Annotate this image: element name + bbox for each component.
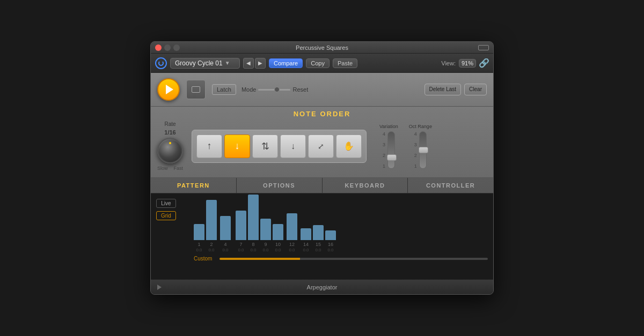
- note-order-buttons: ↑ ↓ ⇅ ↓ ⤢ ✋: [192, 130, 367, 163]
- oct-range-slider-thumb: [419, 147, 428, 153]
- plugin-window: Percussive Squares Groovy Cycle 01 ▼ ◀ ▶…: [150, 41, 494, 295]
- variation-slider[interactable]: [387, 131, 395, 169]
- reset-label: Reset: [292, 86, 308, 93]
- bar-label: 14: [303, 242, 309, 247]
- view-value[interactable]: 91%: [459, 59, 476, 68]
- custom-bar-row: Custom: [194, 256, 488, 262]
- latch-reset-area: Latch Mode Reset: [212, 84, 418, 95]
- nav-arrows: ◀ ▶: [243, 58, 266, 69]
- view-label: View:: [441, 60, 456, 66]
- custom-slider[interactable]: [219, 258, 488, 260]
- note-order-body: Rate 1/16 Slow Fast ↑ ↓ ⇅ ↓: [151, 121, 493, 177]
- bottom-bar: Arpeggiator: [151, 279, 493, 294]
- pattern-bar[interactable]: [260, 219, 271, 240]
- compare-button[interactable]: Compare: [269, 58, 303, 68]
- clear-button[interactable]: Clear: [464, 84, 487, 95]
- custom-label: Custom: [194, 256, 215, 262]
- bar-column: 90.0: [260, 219, 271, 252]
- pattern-bar[interactable]: [273, 224, 283, 240]
- live-button[interactable]: Live: [156, 199, 176, 208]
- preset-dropdown-arrow: ▼: [225, 60, 230, 66]
- paste-button[interactable]: Paste: [333, 58, 357, 68]
- note-order-downthick-button[interactable]: ↓: [280, 135, 306, 158]
- slow-fast-labels: Slow Fast: [157, 166, 183, 171]
- bar-label: 9: [264, 242, 267, 247]
- copy-button[interactable]: Copy: [306, 58, 330, 68]
- bar-sublabel: 0.0: [222, 248, 228, 252]
- rate-value: 1/16: [164, 129, 175, 136]
- delete-last-button[interactable]: Delete Last: [425, 84, 462, 95]
- bar-column: 120.0: [287, 213, 297, 252]
- pattern-bar[interactable]: [325, 230, 336, 240]
- bar-label: 2: [210, 242, 213, 247]
- play-button[interactable]: [157, 78, 180, 101]
- tab-pattern[interactable]: PATTERN: [151, 178, 237, 193]
- note-order-random-button[interactable]: ⤢: [308, 135, 334, 158]
- preset-name-display[interactable]: Groovy Cycle 01 ▼: [170, 58, 240, 69]
- bar-column: 40.0: [220, 216, 231, 252]
- oct-range-slider[interactable]: [419, 131, 427, 169]
- power-icon: [158, 61, 164, 66]
- oct-scale-3: 3: [414, 142, 417, 147]
- mode-label: Mode: [241, 86, 257, 93]
- link-icon[interactable]: 🔗: [479, 58, 489, 68]
- action-buttons: Delete Last Clear: [425, 84, 487, 95]
- oct-scale-1: 1: [414, 163, 417, 169]
- grid-button[interactable]: Grid: [156, 211, 176, 220]
- pattern-bar[interactable]: [301, 228, 311, 240]
- prev-preset-button[interactable]: ◀: [243, 58, 254, 69]
- pattern-bar[interactable]: [194, 224, 204, 240]
- power-button[interactable]: [155, 57, 167, 69]
- var-scale-2: 2: [383, 153, 385, 158]
- pattern-bar[interactable]: [287, 213, 297, 240]
- note-order-hand-button[interactable]: ✋: [336, 135, 362, 158]
- bar-label: 15: [316, 242, 321, 247]
- note-order-updown-button[interactable]: ⇅: [252, 135, 278, 158]
- rate-label: Rate: [164, 121, 175, 127]
- var-scale-1: 1: [383, 163, 385, 169]
- pattern-bar[interactable]: [206, 200, 217, 240]
- next-preset-button[interactable]: ▶: [255, 58, 266, 69]
- bar-sublabel: 0.0: [196, 248, 202, 252]
- pattern-bar[interactable]: [220, 216, 231, 240]
- bar-column: 100.0: [273, 224, 283, 252]
- latch-button[interactable]: Latch: [212, 84, 236, 95]
- bottom-play-button[interactable]: [156, 284, 163, 290]
- note-order-up-button[interactable]: ↑: [196, 135, 222, 158]
- note-order-down-button[interactable]: ↓: [224, 135, 250, 158]
- pattern-bar[interactable]: [236, 211, 246, 240]
- oct-range-scale: 4 3 2 1: [414, 131, 417, 169]
- bar-label: 12: [289, 242, 295, 247]
- variation-slider-group: Variation 4 3 2 1: [379, 124, 398, 169]
- tab-controller[interactable]: CONTROLLER: [408, 178, 493, 193]
- close-button[interactable]: [155, 44, 162, 51]
- bar-column: 160.0: [325, 230, 336, 252]
- pattern-bar[interactable]: [248, 195, 259, 240]
- rate-knob[interactable]: [157, 138, 183, 163]
- bar-column: 150.0: [313, 225, 324, 252]
- record-icon: [192, 86, 200, 93]
- bar-sublabel: 0.0: [208, 248, 214, 252]
- tab-keyboard[interactable]: KEYBOARD: [323, 178, 408, 193]
- bar-label: 10: [275, 242, 281, 247]
- bar-column: 70.0: [236, 211, 246, 252]
- record-button[interactable]: [186, 80, 206, 99]
- pattern-bar[interactable]: [313, 225, 324, 240]
- oct-range-label: Oct Range: [409, 124, 432, 129]
- expand-icon[interactable]: [478, 45, 489, 50]
- bar-sublabel: 0.0: [315, 248, 321, 252]
- slow-label: Slow: [157, 166, 168, 171]
- tab-options[interactable]: OPTIONS: [237, 178, 323, 193]
- oct-scale-4: 4: [414, 131, 417, 137]
- mode-slider[interactable]: [258, 89, 290, 91]
- bar-sublabel: 0.0: [238, 248, 244, 252]
- bar-sublabel: 0.0: [327, 248, 333, 252]
- variation-slider-thumb: [387, 154, 397, 161]
- minimize-button[interactable]: [164, 44, 171, 51]
- bar-sublabel: 0.0: [303, 248, 309, 252]
- bar-label: 4: [224, 242, 226, 247]
- knob-indicator: [169, 142, 171, 144]
- maximize-button[interactable]: [173, 44, 180, 51]
- play-icon: [166, 85, 173, 94]
- title-bar: Percussive Squares: [151, 42, 493, 54]
